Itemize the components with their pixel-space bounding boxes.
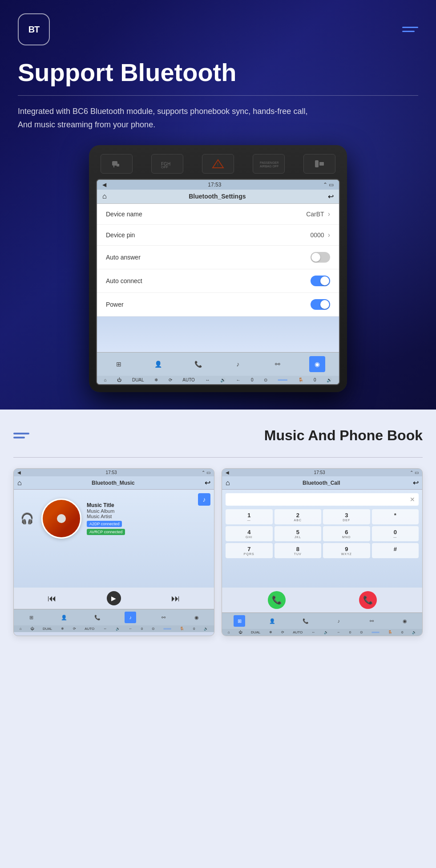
status-seat[interactable]: 🪑 bbox=[298, 377, 303, 382]
mini-link-btn[interactable]: ⚯ bbox=[157, 612, 169, 623]
ms-dual: DUAL bbox=[43, 627, 52, 631]
mini-grid-btn[interactable]: ⊞ bbox=[25, 612, 37, 623]
status-fan[interactable]: ⊙ bbox=[264, 377, 267, 382]
prev-btn[interactable]: ⏮ bbox=[48, 593, 57, 604]
dial-star[interactable]: * bbox=[372, 509, 419, 524]
music-section: Music And Phone Book ◀ 17:53 ⌃ ▭ ⌂ Bluet… bbox=[0, 410, 436, 868]
ps-vol2[interactable]: 🔊 bbox=[412, 630, 416, 634]
status-snowflake[interactable]: ❄ bbox=[154, 377, 158, 382]
device-pin-row[interactable]: Device pin 0000 › bbox=[97, 225, 339, 246]
ps-back[interactable]: ← bbox=[337, 630, 340, 634]
car-btn-airbag[interactable]: PASSENGERAIRBAG OFF bbox=[253, 154, 285, 174]
grid-icon-btn[interactable]: ⊞ bbox=[111, 356, 127, 372]
dial-0[interactable]: 0— bbox=[372, 526, 419, 541]
settings-icon-btn[interactable]: ◉ bbox=[309, 356, 325, 372]
music-back[interactable]: ◀ bbox=[17, 470, 21, 475]
status-vol[interactable]: 🔊 bbox=[220, 377, 226, 382]
dial-2[interactable]: 2ABC bbox=[275, 509, 322, 524]
mini-person-btn[interactable]: 👤 bbox=[58, 612, 70, 623]
dial-3[interactable]: 3DEF bbox=[323, 509, 370, 524]
music-home[interactable]: ⌂ bbox=[17, 479, 22, 487]
status-home[interactable]: ⌂ bbox=[104, 377, 107, 382]
home-icon[interactable]: ⌂ bbox=[102, 192, 107, 200]
music-info: Music Title Music Album Music Artist A2D… bbox=[87, 502, 210, 535]
ps-0: 0 bbox=[349, 630, 351, 634]
dial-4[interactable]: 4GHI bbox=[226, 526, 273, 541]
dial-hash[interactable]: # bbox=[372, 543, 419, 558]
dial-9[interactable]: 9WXYZ bbox=[323, 543, 370, 558]
phone-nav-back[interactable]: ↩ bbox=[413, 479, 419, 487]
svg-rect-9 bbox=[315, 160, 319, 167]
ph-music-btn[interactable]: ♪ bbox=[333, 615, 344, 627]
music-statusbar2: ⌂ ⏻ DUAL ❄ ⟳ AUTO ↔ 🔊 ← 0 ⊙ ═══ 🪑 0 🔊 bbox=[14, 625, 214, 632]
music-nav-back[interactable]: ↩ bbox=[205, 479, 210, 487]
dial-1[interactable]: 1— bbox=[226, 509, 273, 524]
ms-vol2[interactable]: 🔊 bbox=[204, 627, 208, 631]
phone-clear-btn[interactable]: ✕ bbox=[410, 496, 415, 503]
ph-eye-btn[interactable]: ◉ bbox=[399, 615, 411, 627]
car-btn-misc[interactable] bbox=[303, 154, 335, 174]
nav-back-icon[interactable]: ↩ bbox=[328, 192, 334, 201]
ms-snow[interactable]: ❄ bbox=[61, 627, 64, 631]
ps-home[interactable]: ⌂ bbox=[228, 630, 230, 634]
dial-5[interactable]: 5JKL bbox=[275, 526, 322, 541]
phone-home[interactable]: ⌂ bbox=[226, 479, 230, 487]
svg-rect-10 bbox=[319, 162, 324, 166]
ps-power[interactable]: ⏻ bbox=[238, 630, 242, 634]
ph-grid-btn[interactable]: ⊞ bbox=[234, 615, 245, 627]
ph-person-btn[interactable]: 👤 bbox=[266, 615, 278, 627]
status-back[interactable]: ← bbox=[236, 377, 240, 382]
status-vol2[interactable]: 🔊 bbox=[327, 377, 332, 382]
car-btn-warning[interactable]: ! bbox=[202, 154, 234, 174]
ms-vol[interactable]: 🔊 bbox=[116, 627, 120, 631]
mini-eye-btn[interactable]: ◉ bbox=[191, 612, 202, 623]
chevron-icon: › bbox=[328, 210, 330, 218]
page-title: Support Bluetooth bbox=[18, 59, 418, 86]
call-end-btn[interactable]: 📞 bbox=[359, 591, 377, 609]
ms-arrows: ↔ bbox=[103, 627, 107, 631]
auto-connect-row: Auto connect bbox=[97, 269, 339, 293]
mini-phone-btn[interactable]: 📞 bbox=[92, 612, 103, 623]
next-btn[interactable]: ⏭ bbox=[171, 593, 180, 604]
ps-fan[interactable]: ⊙ bbox=[360, 630, 363, 634]
dial-6[interactable]: 6MNO bbox=[323, 526, 370, 541]
phone-back-arrow[interactable]: ◀ bbox=[226, 470, 229, 475]
person-icon-btn[interactable]: 👤 bbox=[150, 356, 166, 372]
phone-call-btns: 📞 📞 bbox=[222, 588, 422, 612]
ms-fan[interactable]: ⊙ bbox=[152, 627, 155, 631]
status-power[interactable]: ⏻ bbox=[117, 377, 121, 382]
toggle-thumb-2 bbox=[320, 276, 329, 285]
svg-text:AIRBAG OFF: AIRBAG OFF bbox=[260, 165, 279, 168]
car-btn-seat[interactable] bbox=[101, 154, 133, 174]
link-icon-btn[interactable]: ⚯ bbox=[270, 356, 286, 372]
ms-home[interactable]: ⌂ bbox=[20, 627, 22, 631]
device-name-row[interactable]: Device name CarBT › bbox=[97, 204, 339, 225]
ph-link-btn[interactable]: ⚯ bbox=[366, 615, 377, 627]
power-toggle[interactable] bbox=[311, 299, 330, 310]
dial-8[interactable]: 8TUV bbox=[275, 543, 322, 558]
phone-input[interactable]: ✕ bbox=[226, 493, 419, 506]
auto-connect-toggle[interactable] bbox=[311, 276, 330, 286]
svg-text:OFF: OFF bbox=[161, 165, 168, 169]
dial-7[interactable]: 7PQRS bbox=[226, 543, 273, 558]
car-btn-fgh[interactable]: FGHOFF bbox=[151, 154, 183, 174]
play-btn[interactable]: ▶ bbox=[107, 591, 121, 605]
screen-gradient bbox=[97, 316, 339, 352]
ps-snow[interactable]: ❄ bbox=[269, 630, 272, 634]
music-time: 17:53 bbox=[106, 470, 117, 475]
music-icon-btn[interactable]: ♪ bbox=[230, 356, 246, 372]
device-name-value: CarBT › bbox=[306, 210, 330, 218]
album-art bbox=[41, 499, 81, 539]
status-time: 17:53 bbox=[208, 182, 221, 188]
music-controls: ⏮ ▶ ⏭ bbox=[14, 588, 214, 609]
back-arrow[interactable]: ◀ bbox=[102, 182, 106, 188]
ms-back[interactable]: ← bbox=[129, 627, 132, 631]
auto-answer-toggle[interactable] bbox=[311, 252, 330, 263]
ps-vol[interactable]: 🔊 bbox=[324, 630, 328, 634]
ph-phone-btn[interactable]: 📞 bbox=[300, 615, 311, 627]
phone-icon-btn[interactable]: 📞 bbox=[190, 356, 206, 372]
ms-power[interactable]: ⏻ bbox=[30, 627, 34, 631]
mini-music-btn[interactable]: ♪ bbox=[125, 612, 136, 623]
call-answer-btn[interactable]: 📞 bbox=[268, 591, 286, 609]
hamburger-menu[interactable] bbox=[402, 27, 418, 32]
